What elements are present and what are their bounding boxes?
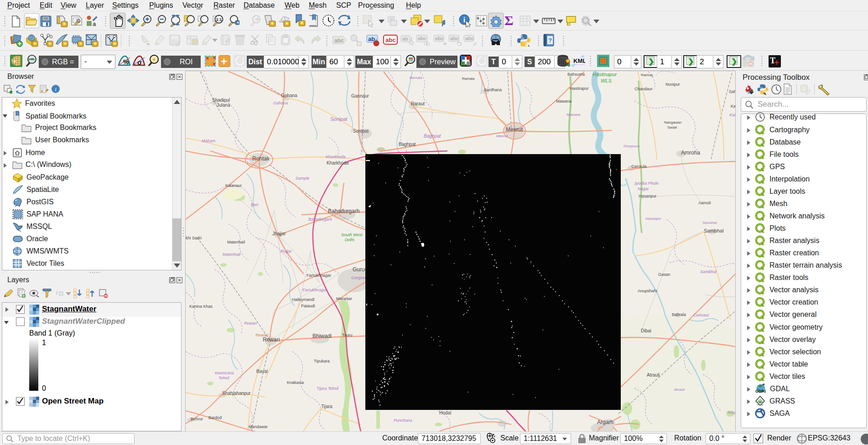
- svg-text:Keemrana: Keemrana: [215, 371, 234, 375]
- svg-text:Bardod: Bardod: [208, 415, 222, 420]
- svg-text:Jhajjar: Jhajjar: [279, 249, 292, 254]
- svg-text:Bahsuma: Bahsuma: [567, 72, 585, 77]
- svg-text:Amroha: Amroha: [681, 150, 700, 156]
- svg-text:Nagar: Nagar: [638, 186, 650, 191]
- svg-text:abc: abc: [465, 36, 474, 41]
- svg-text:Delhi: Delhi: [345, 238, 355, 242]
- svg-text:Sambhal: Sambhal: [700, 269, 717, 274]
- svg-text:Atrauli: Atrauli: [647, 373, 660, 378]
- svg-text:Kanth: Kanth: [729, 113, 736, 117]
- svg-text:ab: ab: [368, 36, 375, 42]
- svg-text:Hasanpur: Hasanpur: [639, 194, 656, 198]
- svg-text:Hasanpur: Hasanpur: [645, 217, 661, 221]
- svg-text:✳: ✳: [112, 41, 117, 47]
- svg-text:Rewari: Rewari: [263, 336, 280, 343]
- svg-text:Tauru: Tauru: [342, 333, 353, 337]
- svg-text:Sample: Sample: [296, 176, 310, 181]
- svg-text:Baval: Baval: [256, 369, 268, 374]
- svg-text:1:1: 1:1: [216, 17, 222, 22]
- svg-text:Sadat: Sadat: [667, 125, 677, 129]
- svg-text:Pataudi: Pataudi: [301, 304, 315, 308]
- svg-text:Knakasia: Knakasia: [287, 380, 304, 385]
- svg-text:Meerut: Meerut: [496, 134, 508, 138]
- svg-text:Sonipat: Sonipat: [330, 116, 348, 122]
- svg-text:i: i: [463, 16, 466, 24]
- svg-text:ab: ab: [402, 36, 408, 41]
- svg-text:a: a: [93, 21, 96, 27]
- svg-text:Behror: Behror: [191, 417, 203, 421]
- svg-text:Kasga: Kasga: [728, 410, 736, 414]
- svg-text:+: +: [152, 56, 156, 63]
- svg-text:Mandawar: Mandawar: [249, 424, 268, 429]
- svg-text:abc: abc: [435, 36, 444, 41]
- svg-text:Tijara: Tijara: [321, 404, 333, 409]
- svg-text:Baghpat: Baghpat: [424, 134, 441, 139]
- svg-text:Sardhana: Sardhana: [484, 88, 502, 92]
- svg-text:South West: South West: [341, 233, 363, 237]
- svg-text:Tijara Tehsil: Tijara Tehsil: [317, 386, 339, 391]
- svg-text:Nooipur: Nooipur: [665, 82, 680, 87]
- svg-text:Rewari: Rewari: [244, 321, 257, 326]
- svg-text:✳: ✳: [62, 41, 67, 47]
- svg-text:!: !: [489, 435, 490, 440]
- svg-text:Ramala: Ramala: [462, 77, 475, 81]
- svg-text:Gannaur: Gannaur: [351, 93, 369, 98]
- svg-text:ε: ε: [56, 289, 58, 296]
- svg-text:Shadipul: Shadipul: [212, 98, 230, 103]
- svg-text:Anupshahr: Anupshahr: [638, 289, 658, 293]
- svg-text:GDAL: GDAL: [755, 389, 766, 393]
- svg-text:Hodal: Hodal: [439, 410, 451, 415]
- svg-text:KML: KML: [573, 57, 585, 64]
- svg-text:%: %: [123, 58, 129, 66]
- svg-text:Aamoli: Aamoli: [698, 201, 711, 205]
- svg-text:Hastirapur: Hastirapur: [570, 86, 589, 91]
- svg-text:Ramraj: Ramraj: [641, 73, 653, 77]
- svg-text:i: i: [55, 86, 57, 93]
- svg-text:σ: σ: [137, 58, 142, 66]
- svg-text:Matenhail: Matenhail: [223, 252, 241, 257]
- svg-text:Kalanaur: Kalanaur: [225, 183, 242, 188]
- svg-text:Gohana: Gohana: [281, 93, 297, 98]
- svg-text:Haileymandi: Haileymandi: [292, 297, 315, 302]
- svg-text:Kharkhoda: Kharkhoda: [327, 160, 349, 166]
- svg-text:Baghpat: Baghpat: [399, 142, 416, 147]
- svg-text:Bhiwadi: Bhiwadi: [312, 333, 332, 339]
- svg-text:Julana: Julana: [217, 103, 230, 108]
- svg-text:?: ?: [548, 37, 552, 44]
- svg-text:Farrukhnagar: Farrukhnagar: [307, 273, 331, 278]
- svg-text:Babrala: Babrala: [672, 312, 686, 317]
- svg-text:Gurgaon: Gurgaon: [351, 275, 367, 280]
- svg-text:✳: ✳: [93, 41, 97, 47]
- svg-text:Nangawan: Nangawan: [664, 120, 681, 124]
- svg-text:WLS: WLS: [601, 78, 612, 83]
- svg-text:abc: abc: [450, 36, 459, 41]
- svg-text:Kanina Khas: Kanina Khas: [189, 304, 213, 309]
- svg-text:Matenhail: Matenhail: [227, 240, 245, 244]
- svg-text:Manesar: Manesar: [336, 296, 352, 301]
- svg-text:khi Sadri: khi Sadri: [186, 236, 202, 240]
- svg-text:Sahanpur: Sahanpur: [729, 89, 736, 94]
- svg-text:Jyotiba Phule: Jyotiba Phule: [634, 181, 659, 186]
- svg-text:abc: abc: [334, 37, 344, 44]
- svg-text:Jhajjar: Jhajjar: [272, 231, 286, 236]
- svg-text:✳: ✳: [270, 20, 275, 27]
- svg-text:✳: ✳: [32, 41, 37, 47]
- svg-text:Rohtak: Rohtak: [252, 155, 270, 162]
- svg-text:Barnala: Barnala: [410, 76, 422, 80]
- svg-text:Tipukara: Tipukara: [314, 359, 330, 363]
- svg-text:abc: abc: [385, 36, 395, 43]
- svg-text:Sambhal: Sambhal: [704, 228, 723, 233]
- svg-text:✳: ✳: [47, 41, 52, 47]
- svg-text:Kharkhoda: Kharkhoda: [326, 155, 346, 159]
- svg-text:Raraut: Raraut: [411, 101, 425, 106]
- svg-text:Dibai: Dibai: [641, 328, 651, 333]
- svg-text:Bahadurgarh: Bahadurgarh: [308, 217, 332, 222]
- svg-text:✳: ✳: [300, 20, 305, 26]
- svg-text:Shahjahanpur: Shahjahanpur: [222, 391, 251, 396]
- svg-text:Sonipat: Sonipat: [353, 129, 369, 134]
- svg-text:Hastinapur: Hastinapur: [593, 72, 618, 77]
- svg-text:✳: ✳: [62, 21, 67, 27]
- svg-text:Beri: Beri: [251, 202, 259, 207]
- svg-text:Mawana: Mawana: [567, 113, 581, 117]
- svg-text:✳: ✳: [78, 41, 83, 47]
